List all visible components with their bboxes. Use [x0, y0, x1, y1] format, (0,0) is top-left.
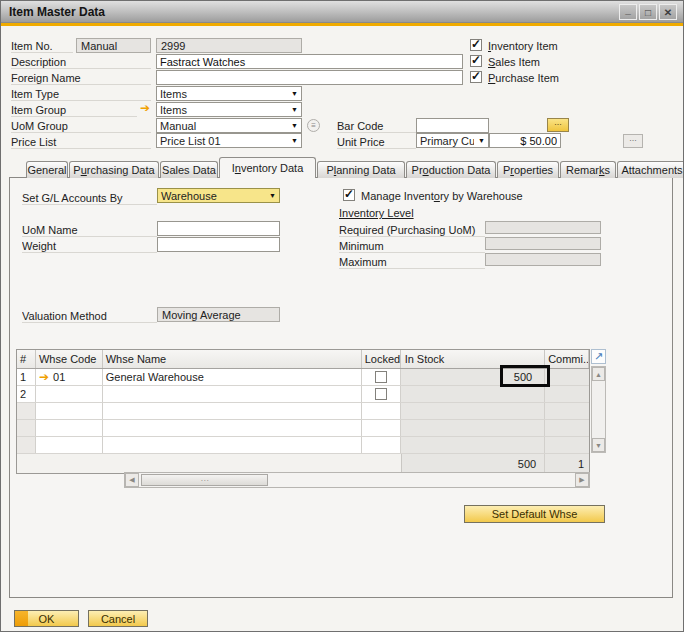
ok-button-accent	[15, 611, 28, 626]
item-no-value[interactable]: 2999	[156, 38, 302, 53]
tab-strip: General Purchasing Data Sales Data Inven…	[26, 158, 684, 178]
item-group-link-arrow-icon[interactable]: ➔	[140, 103, 150, 114]
whse-code-cell[interactable]	[36, 437, 103, 453]
scrollbar-thumb[interactable]: ⋯	[141, 474, 268, 486]
manage-inventory-checkbox[interactable]: ✓	[343, 189, 355, 201]
col-header-in-stock[interactable]: In Stock	[401, 350, 546, 368]
unit-price-input[interactable]	[489, 133, 561, 148]
minimize-button[interactable]: _	[619, 4, 637, 20]
locked-checkbox[interactable]	[375, 388, 387, 400]
inventory-data-panel: Set G/L Accounts By Warehouse ▼ ✓ Manage…	[9, 177, 673, 598]
grip-icon: ⋯	[201, 476, 209, 485]
tab-production-data[interactable]: Production Data	[406, 161, 496, 178]
tab-sales-data[interactable]: Sales Data	[160, 161, 218, 178]
price-list-dropdown[interactable]: Price List 01 ▼	[156, 133, 302, 148]
inventory-item-checkbox[interactable]: ✓	[470, 39, 482, 51]
row-number[interactable]: 1	[17, 369, 36, 385]
item-group-dropdown[interactable]: Items ▼	[156, 102, 302, 117]
chevron-down-icon: ▼	[291, 137, 298, 144]
maximize-button[interactable]: □	[639, 4, 657, 20]
tab-properties[interactable]: Properties	[497, 161, 559, 178]
row-number[interactable]	[17, 420, 36, 436]
uom-menu-icon[interactable]: ≡	[307, 119, 320, 132]
sales-item-checkbox[interactable]: ✓	[470, 55, 482, 67]
row-number[interactable]	[17, 403, 36, 419]
item-type-value: Items	[160, 88, 187, 100]
scroll-down-button[interactable]: ▼	[592, 438, 605, 452]
minimum-input	[485, 237, 601, 250]
purchase-item-checkbox[interactable]: ✓	[470, 71, 482, 83]
title-bar[interactable]: Item Master Data _ □ ✕	[1, 1, 683, 23]
whse-link-arrow-icon[interactable]: ➔	[39, 372, 49, 383]
scroll-up-button[interactable]: ▲	[592, 367, 605, 381]
vertical-scrollbar[interactable]: ▲ ▼	[591, 366, 606, 453]
set-gl-accounts-dropdown[interactable]: Warehouse ▼	[157, 188, 280, 203]
tab-remarks[interactable]: Remarks	[560, 161, 616, 178]
sales-item-label: Sales Item	[488, 56, 540, 68]
col-header-whse-name[interactable]: Whse Name	[103, 350, 362, 368]
uom-name-input[interactable]	[157, 221, 280, 236]
whse-code-cell[interactable]	[36, 420, 103, 436]
totals-spacer	[103, 454, 362, 473]
locked-checkbox[interactable]	[375, 371, 387, 383]
bar-code-browse-button[interactable]: ...	[547, 118, 569, 132]
in-stock-cell	[401, 403, 546, 419]
tab-attachments[interactable]: Attachments	[617, 161, 684, 178]
whse-name-cell[interactable]	[103, 403, 362, 419]
whse-name-cell[interactable]	[103, 437, 362, 453]
close-button[interactable]: ✕	[659, 4, 677, 20]
arrow-up-icon: ▲	[595, 371, 602, 378]
cancel-button[interactable]: Cancel	[88, 610, 148, 627]
menu-lines-icon: ≡	[311, 122, 316, 130]
bar-code-input[interactable]	[416, 118, 489, 133]
unit-price-browse-button[interactable]: ...	[623, 134, 643, 148]
row-number[interactable]: 2	[17, 386, 36, 402]
set-default-whse-button[interactable]: Set Default Whse	[464, 505, 605, 523]
col-header-committed[interactable]: Commi...	[545, 350, 589, 368]
whse-code-cell[interactable]	[36, 403, 103, 419]
tab-inventory-data[interactable]: Inventory Data	[219, 157, 316, 178]
tab-general[interactable]: General	[26, 161, 68, 178]
whse-name-cell[interactable]	[103, 420, 362, 436]
item-type-label: Item Type	[11, 88, 151, 101]
table-row-empty	[17, 420, 589, 437]
description-input[interactable]	[156, 54, 463, 69]
uom-group-dropdown[interactable]: Manual ▼	[156, 118, 302, 133]
col-header-locked[interactable]: Locked	[362, 350, 401, 368]
whse-code-cell[interactable]: ➔ 01	[36, 369, 103, 385]
horizontal-scrollbar[interactable]: ◀ ⋯ ▶	[124, 472, 590, 488]
currency-dropdown[interactable]: Primary Curr ▼	[416, 133, 489, 148]
whse-code-cell[interactable]	[36, 386, 103, 402]
committed-total: 1	[545, 454, 589, 473]
col-header-num[interactable]: #	[17, 350, 36, 368]
whse-name-cell[interactable]: General Warehouse	[103, 369, 362, 385]
arrow-down-icon: ▼	[595, 442, 602, 449]
locked-cell	[362, 420, 401, 436]
check-icon: ✓	[471, 37, 481, 51]
close-icon: ✕	[664, 7, 672, 18]
set-gl-accounts-value: Warehouse	[161, 190, 217, 202]
locked-cell	[362, 386, 401, 402]
scroll-left-button[interactable]: ◀	[125, 473, 139, 487]
maximum-input	[485, 253, 601, 266]
item-no-mode-box[interactable]: Manual	[76, 38, 151, 53]
expand-grid-icon[interactable]: ↗	[591, 349, 606, 364]
whse-name-cell[interactable]	[103, 386, 362, 402]
col-header-whse-code[interactable]: Whse Code	[36, 350, 103, 368]
committed-cell	[545, 437, 589, 453]
tab-purchasing-data[interactable]: Purchasing Data	[69, 161, 159, 178]
chevron-down-icon: ▼	[291, 106, 298, 113]
inventory-level-heading: Inventory Level	[339, 207, 414, 219]
tab-planning-data[interactable]: Planning Data	[317, 161, 405, 178]
in-stock-cell	[401, 420, 546, 436]
ok-button[interactable]: OK	[14, 610, 79, 627]
accent-bar	[1, 23, 683, 26]
item-type-dropdown[interactable]: Items ▼	[156, 86, 302, 101]
in-stock-total: 500	[401, 454, 546, 473]
row-number[interactable]	[17, 437, 36, 453]
locked-cell	[362, 437, 401, 453]
weight-input[interactable]	[157, 237, 280, 252]
chevron-down-icon: ▼	[478, 137, 485, 144]
foreign-name-input[interactable]	[156, 70, 463, 85]
scroll-right-button[interactable]: ▶	[575, 473, 589, 487]
